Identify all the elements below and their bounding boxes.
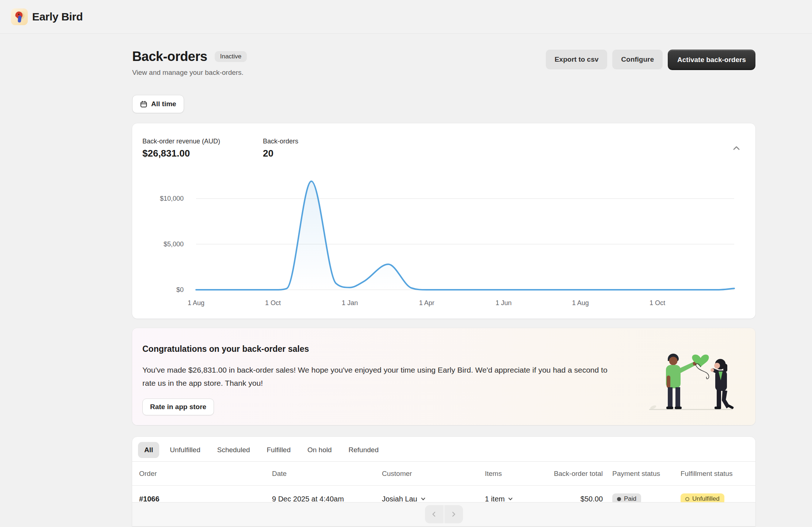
banner-body: You've made $26,831.00 in back-order sal… (142, 363, 615, 390)
chart-canvas (132, 123, 755, 319)
page-header: Back-orders Inactive View and manage you… (132, 49, 755, 77)
column-header-date: Date (272, 470, 382, 478)
x-axis-label: 1 Apr (419, 299, 434, 307)
x-axis-label: 1 Oct (265, 299, 281, 307)
y-axis-label: $10,000 (143, 195, 184, 203)
celebration-illustration (644, 341, 736, 414)
revenue-area-fill (196, 181, 734, 290)
tab-fulfilled[interactable]: Fulfilled (261, 442, 297, 458)
rate-in-app-store-button[interactable]: Rate in app store (142, 399, 214, 415)
column-header-customer: Customer (382, 470, 485, 478)
chevron-left-icon (430, 510, 438, 519)
activate-back-orders-button[interactable]: Activate back-orders (668, 50, 755, 70)
column-header-order: Order (139, 470, 272, 478)
export-to-csv-button[interactable]: Export to csv (546, 50, 607, 69)
revenue-chart: $0$5,000$10,0001 Aug1 Oct1 Jan1 Apr1 Jun… (132, 123, 755, 319)
chevron-down-icon[interactable] (508, 496, 513, 501)
configure-button[interactable]: Configure (612, 50, 663, 69)
column-header-items: Items (485, 470, 543, 478)
calendar-icon (140, 100, 148, 108)
filled-circle-icon (617, 497, 621, 501)
column-header-fulfillment-status: Fulfillment status (681, 470, 748, 478)
tab-on-hold[interactable]: On hold (301, 442, 338, 458)
x-axis-label: 1 Oct (650, 299, 665, 307)
order-status-tabs: AllUnfulfilledScheduledFulfilledOn holdR… (132, 437, 755, 458)
pagination (132, 502, 755, 526)
congratulations-banner: Congratulations on your back-order sales… (132, 328, 755, 425)
chevron-right-icon (449, 510, 458, 519)
x-axis-label: 1 Jun (495, 299, 512, 307)
x-axis-label: 1 Aug (188, 299, 204, 307)
column-header-payment-status: Payment status (603, 470, 681, 478)
tab-all[interactable]: All (138, 442, 159, 458)
app-header: Early Bird (0, 0, 812, 34)
app-logo: Early Bird (11, 8, 83, 25)
tab-unfulfilled[interactable]: Unfulfilled (164, 442, 206, 458)
page-title: Back-orders (132, 49, 207, 64)
column-header-back-order-total: Back-order total (543, 470, 603, 478)
x-axis-label: 1 Jan (342, 299, 358, 307)
page-title-block: Back-orders Inactive View and manage you… (132, 49, 247, 77)
pagination-prev-button[interactable] (425, 505, 444, 523)
page-actions: Export to csv Configure Activate back-or… (546, 50, 755, 70)
revenue-line (196, 181, 734, 290)
app-title: Early Bird (32, 11, 83, 23)
y-axis-label: $0 (143, 286, 184, 294)
tab-scheduled[interactable]: Scheduled (211, 442, 256, 458)
outline-circle-icon (685, 497, 689, 501)
date-range-button[interactable]: All time (132, 95, 184, 113)
date-range-label: All time (151, 100, 176, 108)
page-content: Back-orders Inactive View and manage you… (132, 34, 755, 526)
x-axis-label: 1 Aug (572, 299, 589, 307)
orders-card: AllUnfulfilledScheduledFulfilledOn holdR… (132, 437, 755, 526)
chart-card: Back-order revenue (AUD) $26,831.00 Back… (132, 123, 755, 319)
y-axis-label: $5,000 (143, 241, 184, 248)
table-header: OrderDateCustomerItemsBack-order totalPa… (132, 462, 755, 486)
early-bird-logo-icon (11, 8, 28, 25)
pagination-next-button[interactable] (444, 505, 463, 523)
chevron-down-icon[interactable] (421, 496, 426, 501)
page-subtitle: View and manage your back-orders. (132, 69, 247, 77)
tab-refunded[interactable]: Refunded (342, 442, 385, 458)
status-badge: Inactive (215, 51, 247, 62)
